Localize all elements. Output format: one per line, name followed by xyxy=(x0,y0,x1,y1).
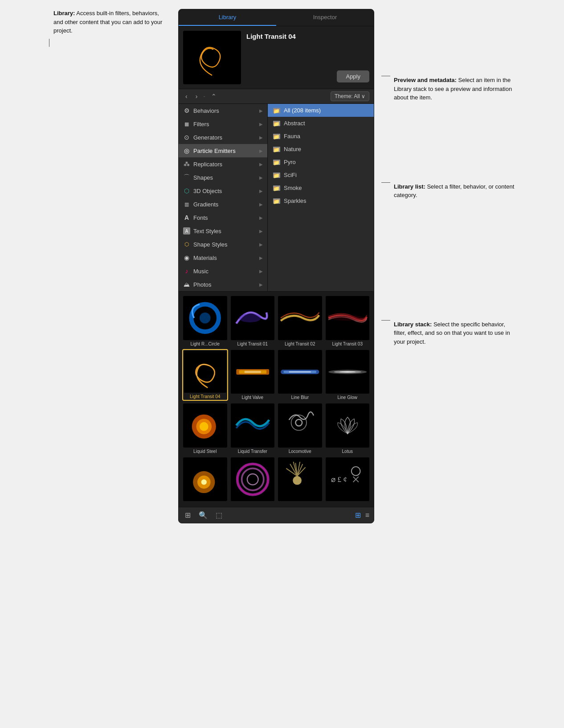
grid-item-light-valve[interactable]: Light Valve xyxy=(230,349,276,401)
list-view-button[interactable]: ≡ xyxy=(365,511,369,519)
grid-view-button[interactable]: ⊞ xyxy=(355,511,361,519)
filters-icon: ▦ xyxy=(183,120,190,128)
grid-item-light-transit-02[interactable]: Light Transit 02 xyxy=(277,295,323,347)
sort-button[interactable]: ⌃ xyxy=(209,92,219,101)
grid-item-row4a[interactable] xyxy=(182,457,228,504)
shape-styles-arrow: ▶ xyxy=(259,242,263,247)
toolbar-separator: - xyxy=(203,93,205,100)
thumb-liquid-steel xyxy=(183,403,227,448)
grid-item-locomotive[interactable]: Locomotive xyxy=(277,403,323,455)
folder-pyro-icon: 📁 xyxy=(273,160,280,165)
grid-item-row4c[interactable] xyxy=(277,457,323,504)
grid-label-light-transit-02: Light Transit 02 xyxy=(278,341,322,346)
sidebar-item-materials-label: Materials xyxy=(193,255,217,261)
shape-styles-icon: ⬡ xyxy=(183,241,190,248)
right-item-smoke[interactable]: 📁 Smoke xyxy=(268,181,374,194)
bottom-toolbar: ⊞ 🔍 ⬚ ⊞ ≡ xyxy=(179,507,374,523)
particle-emitters-arrow: ▶ xyxy=(259,148,263,153)
grid-label-light-valve: Light Valve xyxy=(231,395,275,400)
apply-button[interactable]: Apply xyxy=(337,70,369,82)
grid-label-light-transit-03: Light Transit 03 xyxy=(326,341,370,346)
sidebar-item-shape-styles[interactable]: ⬡ Shape Styles ▶ xyxy=(179,238,267,251)
sidebar-item-materials[interactable]: ◉ Materials ▶ xyxy=(179,251,267,264)
add-button[interactable]: ⊞ xyxy=(183,510,192,520)
preview-toggle-button[interactable]: ⬚ xyxy=(214,510,224,520)
grid-area: Light R...Circle Light Transit 01 Light … xyxy=(179,292,374,507)
grid-item-light-transit-04[interactable]: Light Transit 04 xyxy=(182,349,228,401)
svg-rect-0 xyxy=(183,31,241,84)
library-panel: Library Inspector Light Transit 04 Apply xyxy=(178,9,374,523)
tab-library[interactable]: Library xyxy=(179,9,276,26)
sidebar-item-replicators[interactable]: ⁂ Replicators ▶ xyxy=(179,157,267,171)
sidebar-item-shapes-label: Shapes xyxy=(193,174,213,181)
grid-item-lotus[interactable]: Lotus xyxy=(325,403,371,455)
right-item-scifi[interactable]: 📁 SciFi xyxy=(268,169,374,181)
grid-item-light-transit-03[interactable]: Light Transit 03 xyxy=(325,295,371,347)
music-icon: ♪ xyxy=(183,267,190,275)
gradients-arrow: ▶ xyxy=(259,202,263,207)
svg-point-3 xyxy=(200,313,211,324)
grid-item-liquid-transfer[interactable]: Liquid Transfer xyxy=(230,403,276,455)
right-item-sparkles[interactable]: 📁 Sparkles xyxy=(268,194,374,207)
right-item-nature[interactable]: 📁 Nature xyxy=(268,143,374,156)
left-panel: ⚙ Behaviors ▶ ▦ Filters ▶ ⊙ Generators ▶… xyxy=(179,104,268,291)
back-button[interactable]: ‹ xyxy=(183,92,190,101)
preview-area: Light Transit 04 Apply xyxy=(179,26,374,89)
photos-icon: ⛰ xyxy=(183,281,190,288)
sidebar-item-music[interactable]: ♪ Music ▶ xyxy=(179,264,267,278)
fonts-icon: A xyxy=(183,214,190,221)
grid-item-light-transit-01[interactable]: Light Transit 01 xyxy=(230,295,276,347)
sidebar-item-shapes[interactable]: ⌒ Shapes ▶ xyxy=(179,171,267,184)
search-button[interactable]: 🔍 xyxy=(197,510,209,520)
grid-item-liquid-steel[interactable]: Liquid Steel xyxy=(182,403,228,455)
svg-point-8 xyxy=(331,315,364,321)
grid-label-light-r-circle: Light R...Circle xyxy=(183,341,227,346)
generators-icon: ⊙ xyxy=(183,134,190,141)
text-styles-arrow: ▶ xyxy=(259,229,263,234)
toolbar: ‹ › - ⌃ Theme: All ∨ xyxy=(179,89,374,104)
grid-item-row4d[interactable]: ⌀ £ ¢ xyxy=(325,457,371,504)
grid-label-line-glow: Line Glow xyxy=(326,395,370,400)
thumb-light-transit-04-grid xyxy=(184,351,226,393)
forward-button[interactable]: › xyxy=(193,92,200,101)
sidebar-item-photos[interactable]: ⛰ Photos ▶ xyxy=(179,278,267,291)
sidebar-item-gradients[interactable]: ▥ Gradients ▶ xyxy=(179,197,267,211)
svg-rect-17 xyxy=(289,371,311,372)
sidebar-item-particle-emitters[interactable]: ◎ Particle Emitters ▶ xyxy=(179,144,267,157)
grid-label-light-transit-04: Light Transit 04 xyxy=(184,394,226,399)
thumb-line-blur xyxy=(278,350,322,394)
grid-item-light-r-circle[interactable]: Light R...Circle xyxy=(182,295,228,347)
behaviors-icon: ⚙ xyxy=(183,107,190,114)
sidebar-item-particle-emitters-label: Particle Emitters xyxy=(193,148,236,154)
sidebar-item-fonts[interactable]: A Fonts ▶ xyxy=(179,211,267,224)
preview-title: Light Transit 04 xyxy=(246,33,369,40)
shapes-icon: ⌒ xyxy=(183,174,190,181)
right-panel: 📁 All (208 items) 📁 Abstract 📁 Fauna 📁 N… xyxy=(268,104,374,291)
grid-item-line-glow[interactable]: Line Glow xyxy=(325,349,371,401)
right-item-fauna[interactable]: 📁 Fauna xyxy=(268,130,374,143)
gradients-icon: ▥ xyxy=(183,201,190,208)
grid-item-line-blur[interactable]: Line Blur xyxy=(277,349,323,401)
behaviors-arrow: ▶ xyxy=(259,108,263,113)
sidebar-item-filters[interactable]: ▦ Filters ▶ xyxy=(179,117,267,131)
right-item-all[interactable]: 📁 All (208 items) xyxy=(268,104,374,117)
3d-objects-icon: ⬡ xyxy=(183,187,190,194)
sidebar-item-3d-objects[interactable]: ⬡ 3D Objects ▶ xyxy=(179,184,267,197)
annotations-panel: Preview and metadata: Select an item in … xyxy=(381,9,515,359)
sidebar-item-generators[interactable]: ⊙ Generators ▶ xyxy=(179,131,267,144)
3d-objects-arrow: ▶ xyxy=(259,189,263,193)
grid-label-liquid-steel: Liquid Steel xyxy=(183,449,227,454)
sidebar-item-text-styles[interactable]: A Text Styles ▶ xyxy=(179,224,267,238)
sidebar-item-replicators-label: Replicators xyxy=(193,161,222,168)
tab-inspector[interactable]: Inspector xyxy=(276,9,374,26)
materials-arrow: ▶ xyxy=(259,255,263,260)
thumb-row4b xyxy=(231,457,275,502)
library-content: ⚙ Behaviors ▶ ▦ Filters ▶ ⊙ Generators ▶… xyxy=(179,104,374,292)
shapes-arrow: ▶ xyxy=(259,175,263,180)
sidebar-item-behaviors[interactable]: ⚙ Behaviors ▶ xyxy=(179,104,267,117)
right-item-abstract[interactable]: 📁 Abstract xyxy=(268,117,374,130)
grid-item-row4b[interactable] xyxy=(230,457,276,504)
theme-dropdown[interactable]: Theme: All ∨ xyxy=(331,91,369,101)
right-item-pyro[interactable]: 📁 Pyro xyxy=(268,156,374,169)
grid-label-light-transit-01: Light Transit 01 xyxy=(231,341,275,346)
